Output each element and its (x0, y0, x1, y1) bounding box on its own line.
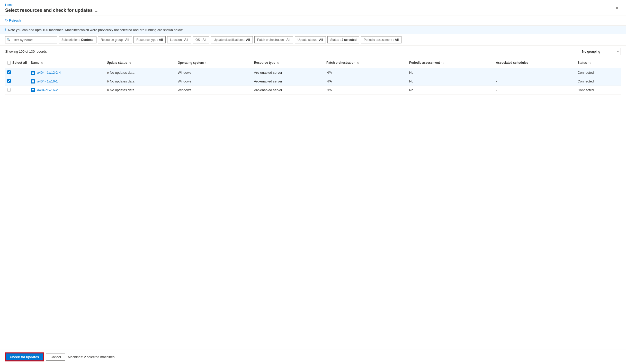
subscription-filter[interactable]: Subscription : Contoso (59, 36, 96, 43)
status-filter[interactable]: Status : 2 selected (327, 36, 359, 43)
row-periodic-assessment: No (407, 68, 494, 77)
dialog-header: Home Select resources and check for upda… (0, 0, 626, 15)
name-cell-inner: a404-r1w16-2 (31, 88, 103, 92)
row-associated-schedules: - (494, 68, 576, 77)
resource-group-label: Resource group : (101, 38, 124, 42)
resource-type-value: All (159, 38, 163, 42)
content-area: Showing 100 of 130 records No grouping G… (0, 46, 626, 350)
grouping-select[interactable]: No grouping Group by OS Group by Status (580, 48, 621, 55)
grouping-container: No grouping Group by OS Group by Status (580, 48, 621, 55)
info-bar: ℹ Note you can add upto 100 machines. Ma… (0, 26, 626, 34)
no-updates-dot-icon (107, 80, 109, 82)
select-all-checkbox[interactable] (7, 61, 11, 64)
resource-name-link[interactable]: a404-r1w12r2-4 (37, 71, 61, 74)
row-checkbox[interactable] (7, 88, 11, 91)
update-status-filter[interactable]: Update status : All (295, 36, 326, 43)
update-status-sort-icon: ↑↓ (129, 61, 131, 64)
row-patch-orchestration: N/A (324, 77, 407, 86)
row-patch-orchestration: N/A (324, 86, 407, 95)
row-name-cell: a404-r1w16-1 (29, 77, 105, 86)
row-status: Connected (576, 68, 621, 77)
periodic-assessment-filter[interactable]: Periodic assessment : All (361, 36, 401, 43)
resource-group-value: All (125, 38, 129, 42)
select-all-row: Select all (7, 59, 27, 66)
col-patch-orchestration[interactable]: Patch orchestration ↑↓ (324, 57, 407, 68)
os-filter[interactable]: OS : All (193, 36, 209, 43)
footer: Check for updates Cancel Machines: 2 sel… (0, 350, 626, 364)
refresh-button[interactable]: ↻ Refresh (5, 17, 21, 23)
name-cell-inner: a404-r1w12r2-4 (31, 71, 103, 75)
name-cell-inner: a404-r1w16-1 (31, 79, 103, 83)
col-periodic-assessment[interactable]: Periodic assessment ↑↓ (407, 57, 494, 68)
name-sort-icon: ↑↓ (41, 61, 43, 64)
records-row: Showing 100 of 130 records No grouping G… (5, 46, 621, 57)
table-row: a404-r1w16-2No updates dataWindowsArc-en… (5, 86, 621, 95)
search-wrapper: 🔍 (5, 36, 57, 43)
row-name-cell: a404-r1w12r2-4 (29, 68, 105, 77)
row-associated-schedules: - (494, 86, 576, 95)
status-sort-icon: ↑↓ (588, 61, 591, 64)
status-value: 2 selected (342, 38, 356, 42)
resource-type-filter[interactable]: Resource type : All (133, 36, 166, 43)
patch-sort-icon: ↑↓ (357, 61, 359, 64)
patch-orchestration-filter[interactable]: Patch orchestration : All (254, 36, 293, 43)
update-classifications-value: All (246, 38, 250, 42)
info-icon: ℹ (5, 28, 6, 32)
close-icon: ✕ (615, 6, 619, 10)
row-checkbox[interactable] (7, 70, 11, 74)
col-name[interactable]: Name ↑↓ (29, 57, 105, 68)
periodic-assessment-value: All (395, 38, 399, 42)
resource-name-link[interactable]: a404-r1w16-1 (37, 79, 58, 83)
os-label: OS : (195, 38, 202, 42)
status-label: Status : (330, 38, 341, 42)
col-associated-schedules[interactable]: Associated schedules (494, 57, 576, 68)
header-left: Home Select resources and check for upda… (5, 3, 99, 13)
resource-type-label: Resource type : (136, 38, 158, 42)
row-checkbox[interactable] (7, 79, 11, 83)
os-sort-icon: ↑↓ (205, 61, 208, 64)
row-resource-type: Arc-enabled server (252, 68, 324, 77)
col-os[interactable]: Operating system ↑↓ (176, 57, 252, 68)
col-status[interactable]: Status ↑↓ (576, 57, 621, 68)
resource-group-filter[interactable]: Resource group : All (98, 36, 132, 43)
select-all-label[interactable]: Select all (12, 61, 27, 64)
toolbar: ↻ Refresh (0, 15, 626, 26)
close-button[interactable]: ✕ (613, 5, 621, 12)
patch-orchestration-label: Patch orchestration : (257, 38, 285, 42)
info-message: Note you can add upto 100 machines. Mach… (8, 28, 183, 32)
row-patch-orchestration: N/A (324, 68, 407, 77)
no-updates-dot-icon (107, 72, 109, 74)
dialog-more-options[interactable]: ... (95, 8, 99, 13)
periodic-sort-icon: ↑↓ (441, 61, 444, 64)
resources-table: Select all Name ↑↓ Update status ↑↓ Oper… (5, 57, 621, 95)
row-checkbox-cell (5, 86, 29, 95)
row-resource-type: Arc-enabled server (252, 86, 324, 95)
row-resource-type: Arc-enabled server (252, 77, 324, 86)
update-status-label: Update status : (298, 38, 318, 42)
update-classifications-filter[interactable]: Update classifications : All (211, 36, 253, 43)
search-input[interactable] (5, 36, 57, 43)
row-os: Windows (176, 77, 252, 86)
col-resource-type[interactable]: Resource type ↑↓ (252, 57, 324, 68)
location-value: All (184, 38, 188, 42)
row-update-status: No updates data (105, 77, 176, 86)
breadcrumb[interactable]: Home (5, 3, 99, 7)
row-os: Windows (176, 68, 252, 77)
location-filter[interactable]: Location : All (167, 36, 191, 43)
os-value: All (202, 38, 206, 42)
dialog-overlay: Home Select resources and check for upda… (0, 0, 626, 364)
cancel-button[interactable]: Cancel (46, 353, 65, 361)
row-periodic-assessment: No (407, 86, 494, 95)
resource-name-link[interactable]: a404-r1w16-2 (37, 88, 58, 92)
subscription-value: Contoso (81, 38, 94, 42)
row-status: Connected (576, 77, 621, 86)
dialog-title: Select resources and check for updates (5, 8, 93, 13)
server-icon (31, 88, 35, 92)
row-os: Windows (176, 86, 252, 95)
update-status-value: All (319, 38, 323, 42)
check-for-updates-button[interactable]: Check for updates (5, 353, 43, 361)
server-icon (31, 79, 35, 83)
update-classifications-label: Update classifications : (214, 38, 245, 42)
table-row: a404-r1w12r2-4No updates dataWindowsArc-… (5, 68, 621, 77)
col-update-status[interactable]: Update status ↑↓ (105, 57, 176, 68)
